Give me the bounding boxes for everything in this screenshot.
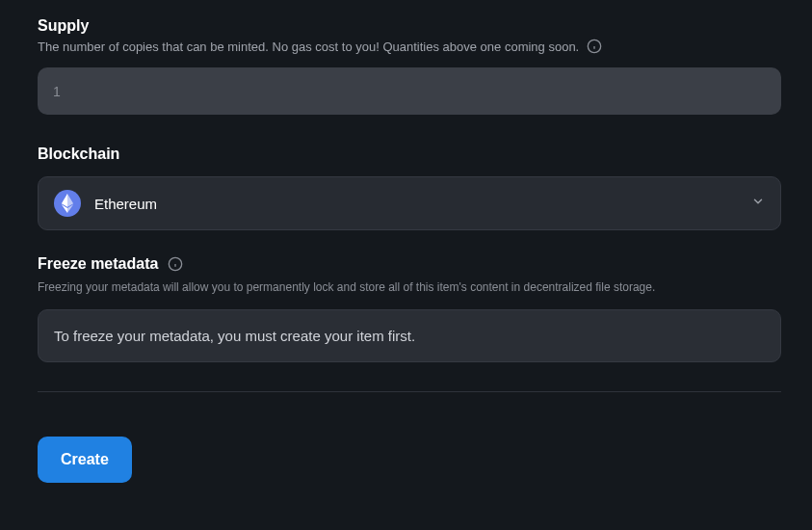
- divider: [38, 391, 781, 392]
- chevron-down-icon: [751, 195, 765, 212]
- blockchain-label: Blockchain: [38, 146, 781, 163]
- supply-description: The number of copies that can be minted.…: [38, 39, 781, 54]
- freeze-description: Freezing your metadata will allow you to…: [38, 280, 781, 294]
- freeze-notice: To freeze your metadata, you must create…: [38, 309, 781, 362]
- blockchain-selected-value: Ethereum: [94, 196, 157, 212]
- info-icon[interactable]: [168, 256, 183, 272]
- blockchain-select[interactable]: Ethereum: [38, 176, 781, 230]
- supply-label: Supply: [38, 17, 781, 35]
- info-icon[interactable]: [587, 39, 602, 54]
- freeze-section: Freeze metadata Freezing your metadata w…: [38, 255, 781, 362]
- blockchain-section: Blockchain Ethereum: [38, 146, 781, 230]
- supply-section: Supply The number of copies that can be …: [38, 17, 781, 115]
- supply-input[interactable]: [38, 67, 781, 115]
- ethereum-icon: [54, 190, 81, 217]
- supply-description-text: The number of copies that can be minted.…: [38, 40, 579, 54]
- blockchain-select-left: Ethereum: [54, 190, 157, 217]
- freeze-label-row: Freeze metadata: [38, 255, 781, 273]
- freeze-label: Freeze metadata: [38, 255, 158, 273]
- create-button[interactable]: Create: [38, 437, 132, 483]
